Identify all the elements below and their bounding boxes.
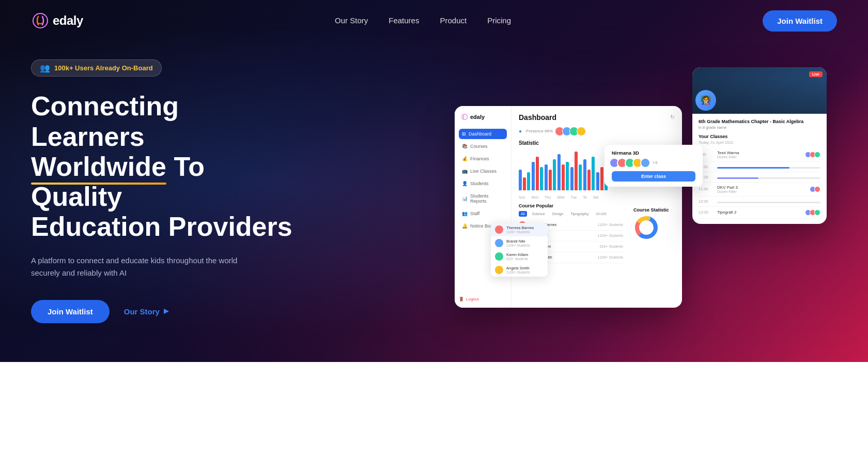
dash-header: Dashboard ↻ — [519, 113, 675, 122]
side-class-item-2: 08:01 — [699, 162, 820, 172]
bar-sat-blue — [596, 172, 599, 190]
side-class-item-4: 11:00 DKV Part 3 Dozen Killer — [699, 183, 820, 197]
class-item-6-content: Tipografi 2 — [717, 210, 802, 215]
row-info-1: 1100+ Students — [598, 223, 623, 226]
bar-group-thu — [545, 159, 556, 190]
dash-nav-courses-label: Courses — [470, 144, 488, 149]
class-progress-5 — [717, 202, 820, 203]
class-item-5-content — [717, 200, 820, 203]
notice-icon: 🔔 — [462, 223, 468, 229]
join-waitlist-hero-button[interactable]: Join Waitlist — [31, 300, 110, 323]
dropdown-item-2[interactable]: Brandi Nile 1100+ Students — [491, 236, 548, 250]
bar-te-cyan — [592, 157, 595, 190]
presence-icon: ● — [519, 128, 522, 134]
course-stat-label: Course Statistic — [633, 207, 675, 213]
dropdown-item-1[interactable]: Theresa Barnes 1100+ Students — [491, 223, 548, 236]
bar-mon-red — [536, 157, 539, 190]
dash-refresh-icon[interactable]: ↻ — [670, 114, 675, 120]
course-donut-chart — [633, 215, 659, 240]
nirmana-popup-card: Nirmana 3D +3 Enter class — [605, 145, 703, 187]
dash-nav-finances[interactable]: 💰 Finances — [459, 154, 507, 164]
grid-icon: ⊞ — [462, 131, 466, 137]
logout-label: Logout — [466, 297, 478, 301]
sca-6-3 — [814, 209, 820, 216]
join-waitlist-nav-button[interactable]: Join Waitlist — [763, 10, 837, 32]
class-time-5: 12:00 — [699, 199, 713, 204]
class-progress-fill-5 — [717, 202, 774, 203]
class-time-6: 13:00 — [699, 210, 713, 215]
class-progress-fill-3 — [717, 177, 758, 179]
dash-logo-row: edaly — [459, 113, 507, 120]
class-progress-3 — [717, 177, 820, 179]
dropdown-info-3: Karen Killam 610+ Students — [506, 252, 529, 261]
side-panel-card: Live 👩‍🏫 6th Grade Mathematics Chapter -… — [692, 67, 827, 224]
course-tab-all[interactable]: All — [519, 211, 527, 217]
dash-nav-reports[interactable]: 📊 Students Reports — [459, 191, 507, 206]
popup-avatar-5 — [640, 158, 650, 168]
dashboard-main: Dashboard ↻ ● Presence 68% — [512, 106, 682, 308]
course-tab-uiuix[interactable]: UI-UIX — [594, 211, 609, 217]
hero-left: 👥 100k+ Users Already On-Board Connectin… — [31, 59, 300, 323]
chart-labels: Sun Mon Thu Wed Tue Te Sat — [519, 195, 675, 199]
bar-thu-cyan — [553, 159, 556, 190]
svg-point-0 — [33, 13, 48, 28]
bar-thu-red — [549, 170, 552, 190]
bar-sun-red — [523, 177, 526, 190]
bar-mon-blue — [532, 162, 535, 190]
live-icon: 📺 — [462, 169, 468, 174]
dash-nav-students[interactable]: 👤 Students — [459, 178, 507, 189]
dropdown-avatar-4 — [495, 266, 503, 274]
dash-nav-courses[interactable]: 📚 Courses — [459, 141, 507, 152]
presence-label: Presence 68% — [526, 129, 553, 133]
presence-avatars — [557, 127, 586, 136]
bar-tue-cyan — [579, 164, 582, 190]
dash-nav-finances-label: Finances — [470, 156, 489, 161]
course-tab-science[interactable]: Science — [530, 211, 547, 217]
bar-group-te — [583, 157, 595, 190]
class-progress-fill-2 — [717, 167, 789, 169]
bar-tue-red — [575, 152, 578, 190]
dash-presence: ● Presence 68% — [519, 127, 675, 136]
dash-nav-students-label: Students — [470, 181, 489, 186]
side-class-item-3: 08:15 — [699, 172, 820, 183]
logo[interactable]: edaly — [31, 11, 83, 30]
bar-thu-blue — [545, 164, 548, 190]
nav-features[interactable]: Features — [389, 16, 419, 25]
our-story-label: Our Story — [124, 307, 160, 316]
dropdown-item-3[interactable]: Karen Killam 610+ Students — [491, 250, 548, 263]
dash-nav-dashboard[interactable]: ⊞ Dashboard — [459, 129, 507, 139]
dropdown-info-1: Theresa Barnes 1100+ Students — [506, 225, 534, 234]
side-class-item-6: 13:00 Tipografi 2 — [699, 207, 820, 219]
nav-links: Our Story Features Product Pricing — [335, 16, 511, 25]
dropdown-item-4[interactable]: Angela Smith 1100+ Students — [491, 263, 548, 277]
popup-avatars: +3 — [612, 158, 695, 168]
side-card-body: 6th Grade Mathematics Chapter - Basic Al… — [692, 114, 827, 224]
finance-icon: 💰 — [462, 156, 468, 161]
hero-content: 👥 100k+ Users Already On-Board Connectin… — [0, 8, 868, 354]
dash-nav-live-label: Live Classes — [470, 169, 497, 174]
course-tab-typo[interactable]: Tipography — [568, 211, 591, 217]
bar-group-sun — [519, 170, 530, 190]
class-item-4-content: DKV Part 3 Dozen Killer — [717, 185, 807, 193]
dash-nav-live[interactable]: 📺 Live Classes — [459, 166, 507, 176]
nav-our-story[interactable]: Our Story — [335, 16, 368, 25]
presence-avatar-4 — [577, 127, 586, 136]
bar-sun-blue — [519, 170, 522, 190]
dash-nav-staff[interactable]: 👥 Staff — [459, 208, 507, 219]
nav-pricing[interactable]: Pricing — [487, 16, 511, 25]
course-tab-design[interactable]: Design — [550, 211, 566, 217]
sca-4-2 — [814, 186, 820, 192]
class-progress-2 — [717, 167, 820, 169]
class-item-1-content: Tesri Warna Dozen Killer — [717, 150, 802, 159]
dash-logout[interactable]: 🚪 Logout — [459, 297, 478, 301]
our-story-button[interactable]: Our Story — [124, 307, 169, 316]
enter-class-button[interactable]: Enter class — [612, 171, 695, 182]
hero-title-underline-word: Worldwide — [31, 152, 166, 182]
dash-nav-reports-label: Students Reports — [470, 193, 504, 204]
dropdown-avatar-1 — [495, 225, 503, 234]
nav-product[interactable]: Product — [440, 16, 467, 25]
hero-title-line1: Connecting Learners — [31, 91, 179, 151]
course-popular-label: Course Popular — [519, 203, 623, 208]
sca-3 — [814, 152, 820, 158]
logout-icon: 🚪 — [459, 297, 464, 301]
